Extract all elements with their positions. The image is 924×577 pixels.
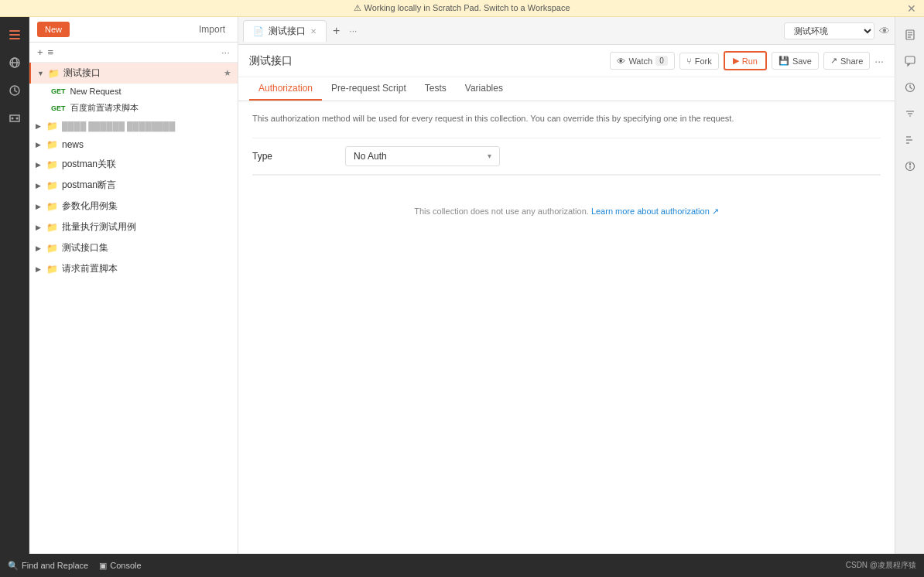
collection-item-blurred[interactable]: ▶ 📁 ████ ██████ ████████ [29,117,238,135]
collection-item-postman2[interactable]: ▶ 📁 postman断言 [29,175,238,196]
chevron-right-icon-2: ▶ [36,141,43,149]
save-label: Save [792,56,812,66]
collection-item-batch[interactable]: ▶ 📁 批量执行测试用例 [29,217,238,237]
learn-more-link[interactable]: Learn more about authorization ↗ [591,207,719,216]
collection-label: 测试接口 [63,67,101,80]
request-tabs: Authorization Pre-request Script Tests V… [238,77,895,101]
watch-count: 0 [655,56,668,66]
chevron-right-icon-5: ▶ [36,203,43,210]
collection-item-postman1[interactable]: ▶ 📁 postman关联 [29,154,238,175]
new-button[interactable]: New [37,22,70,37]
fork-button[interactable]: ⑂ Fork [679,53,719,70]
run-label: Run [742,56,758,66]
svg-point-23 [909,163,910,164]
svg-point-8 [15,118,18,120]
share-label: Share [840,56,863,66]
filter-btn[interactable]: ≡ [48,46,54,58]
save-button[interactable]: 💾 Save [772,52,819,70]
right-sort-icon-btn[interactable] [898,128,922,152]
tab-label: 测试接口 [269,25,306,38]
svg-point-7 [11,118,13,120]
main-content: 📄 测试接口 ✕ + ··· 测试环境 No Environment 👁 测试接… [238,17,895,554]
star-icon[interactable]: ★ [224,68,231,78]
collection-item-pre-script[interactable]: ▶ 📁 请求前置脚本 [29,258,238,279]
top-banner: ⚠ Working locally in Scratch Pad. Switch… [0,0,924,17]
more-actions-btn[interactable]: ··· [874,55,884,67]
right-info-icon-btn[interactable] [898,155,922,178]
left-icon-sidebar [0,17,29,554]
no-auth-text: This collection does not use any authori… [414,207,589,216]
type-label: Type [252,151,345,162]
sidebar-toolbar: + ≡ ··· [29,43,238,63]
fork-label: Fork [695,56,712,66]
banner-close-btn[interactable]: ✕ [907,2,916,15]
run-button[interactable]: ▶ Run [724,51,767,70]
folder-icon: 📁 [48,68,60,79]
tab-variables[interactable]: Variables [456,77,512,101]
type-select-dropdown[interactable]: No Auth ▾ [345,146,500,166]
watch-icon: 👁 [617,56,625,66]
method-get-badge-2: GET [51,104,66,112]
collection-sub-item-baidu[interactable]: GET 百度前置请求脚本 [29,99,238,117]
share-button[interactable]: ↗ Share [823,52,870,70]
sidebar-header: New Import [29,17,238,43]
collections-icon-btn[interactable] [3,23,26,46]
type-row: Type No Auth ▾ [252,138,881,175]
sub-item-label-2: 百度前置请求脚本 [70,102,139,114]
folder-icon-6: 📁 [46,201,58,212]
console-btn[interactable]: ▣ Console [99,561,141,571]
console-label: Console [110,561,141,570]
collection-item-测试接口[interactable]: ▼ 📁 测试接口 ★ [29,63,238,84]
folder-icon-2: 📁 [46,121,58,131]
chevron-down-icon: ▼ [37,70,45,77]
collection-item-params[interactable]: ▶ 📁 参数化用例集 [29,196,238,217]
console-icon: ▣ [99,561,107,571]
no-auth-message: This collection does not use any authori… [252,207,881,217]
run-icon: ▶ [733,56,739,66]
right-doc-icon-btn[interactable] [898,23,922,46]
environment-select[interactable]: 测试环境 No Environment [784,22,874,39]
watch-button[interactable]: 👁 Watch 0 [610,52,674,70]
right-filter-icon-btn[interactable] [898,102,922,125]
bottom-bar: 🔍 Find and Replace ▣ Console CSDN @凌晨程序猿 [0,554,924,577]
sidebar-items: ▼ 📁 测试接口 ★ GET New Request GET 百度前置请求脚本 … [29,63,238,554]
watch-label: Watch [628,56,652,66]
tab-more-btn[interactable]: ··· [344,24,361,38]
find-replace-icon: 🔍 [8,561,19,571]
right-comment-icon-btn[interactable] [898,50,922,73]
banner-text: ⚠ Working locally in Scratch Pad. Switch… [354,3,570,13]
tab-close-icon[interactable]: ✕ [310,27,317,36]
sub-item-label: New Request [70,87,121,96]
collection-label-test-set: 测试接口集 [62,241,108,254]
collection-label-postman1: postman关联 [62,158,116,171]
tab-doc-icon: 📄 [253,26,264,36]
sidebar-more-btn[interactable]: ··· [221,46,230,58]
tab-add-btn[interactable]: + [328,22,344,39]
import-button[interactable]: Import [194,22,230,37]
chevron-right-icon-4: ▶ [36,182,43,189]
watermark: CSDN @凌晨程序猿 [846,560,916,571]
tab-测试接口[interactable]: 📄 测试接口 ✕ [243,20,327,42]
tab-authorization[interactable]: Authorization [249,77,322,101]
collection-sub-item-new-request[interactable]: GET New Request [29,84,238,99]
tab-tests[interactable]: Tests [416,77,456,101]
chevron-right-icon-3: ▶ [36,161,43,169]
env-eye-btn[interactable]: 👁 [879,25,890,37]
collection-item-news[interactable]: ▶ 📁 news [29,135,238,154]
chevron-right-icon-8: ▶ [36,265,43,273]
svg-rect-13 [905,56,915,63]
right-sidebar [895,17,924,554]
environments-icon-btn[interactable] [3,51,26,74]
tab-pre-request[interactable]: Pre-request Script [322,77,416,101]
folder-icon-7: 📁 [46,222,58,233]
svg-rect-1 [9,34,20,36]
find-replace-label: Find and Replace [22,561,88,570]
svg-rect-0 [9,30,20,32]
collection-item-test-set[interactable]: ▶ 📁 测试接口集 [29,237,238,258]
add-collection-btn[interactable]: + [37,46,43,58]
history-icon-btn[interactable] [3,79,26,102]
right-history-icon-btn[interactable] [898,76,922,99]
type-value: No Auth [354,151,387,162]
mock-icon-btn[interactable] [3,107,26,130]
find-replace-btn[interactable]: 🔍 Find and Replace [8,561,88,571]
